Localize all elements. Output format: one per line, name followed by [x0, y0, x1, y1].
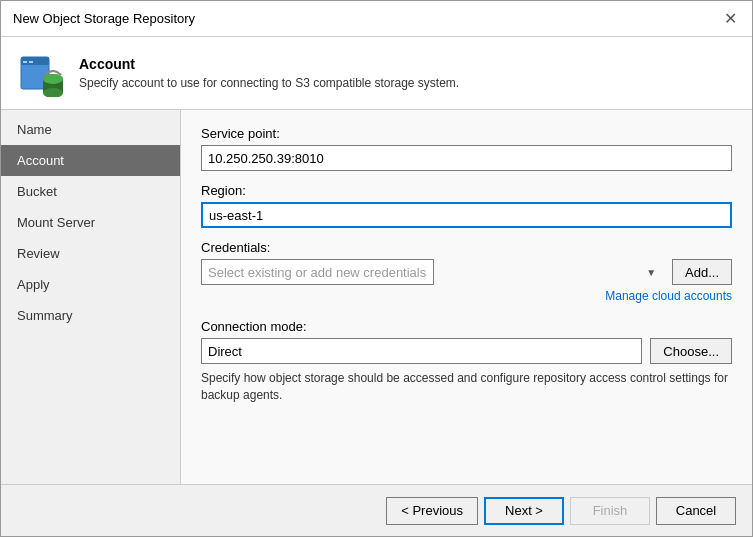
- content-area: Name Account Bucket Mount Server Review …: [1, 110, 752, 484]
- region-group: Region:: [201, 183, 732, 228]
- sidebar-item-mount-server[interactable]: Mount Server: [1, 207, 180, 238]
- credentials-group: Credentials: Select existing or add new …: [201, 240, 732, 303]
- credentials-row: Select existing or add new credentials A…: [201, 259, 732, 285]
- connection-mode-input[interactable]: [201, 338, 642, 364]
- sidebar-item-bucket[interactable]: Bucket: [1, 176, 180, 207]
- connection-note: Specify how object storage should be acc…: [201, 370, 732, 404]
- finish-button[interactable]: Finish: [570, 497, 650, 525]
- region-label: Region:: [201, 183, 732, 198]
- dialog-title: New Object Storage Repository: [13, 11, 195, 26]
- service-point-label: Service point:: [201, 126, 732, 141]
- close-button[interactable]: ✕: [720, 9, 740, 29]
- credentials-select-wrapper: Select existing or add new credentials: [201, 259, 664, 285]
- main-panel: Service point: Region: Credentials: Sele…: [181, 110, 752, 484]
- credentials-select[interactable]: Select existing or add new credentials: [201, 259, 434, 285]
- header-section: Account Specify account to use for conne…: [1, 37, 752, 110]
- service-point-group: Service point:: [201, 126, 732, 171]
- region-input[interactable]: [201, 202, 732, 228]
- connection-row: Choose...: [201, 338, 732, 364]
- footer: < Previous Next > Finish Cancel: [1, 484, 752, 536]
- header-title: Account: [79, 56, 459, 72]
- svg-rect-3: [29, 61, 33, 63]
- sidebar: Name Account Bucket Mount Server Review …: [1, 110, 181, 484]
- cancel-button[interactable]: Cancel: [656, 497, 736, 525]
- choose-connection-button[interactable]: Choose...: [650, 338, 732, 364]
- sidebar-item-account[interactable]: Account: [1, 145, 180, 176]
- svg-point-7: [43, 74, 63, 84]
- dialog-window: New Object Storage Repository ✕: [0, 0, 753, 537]
- service-point-input[interactable]: [201, 145, 732, 171]
- manage-cloud-accounts-link[interactable]: Manage cloud accounts: [201, 289, 732, 303]
- next-button[interactable]: Next >: [484, 497, 564, 525]
- header-text: Account Specify account to use for conne…: [79, 56, 459, 90]
- add-credentials-button[interactable]: Add...: [672, 259, 732, 285]
- sidebar-item-name[interactable]: Name: [1, 114, 180, 145]
- svg-rect-2: [23, 61, 27, 63]
- storage-icon: [17, 49, 65, 97]
- sidebar-item-apply[interactable]: Apply: [1, 269, 180, 300]
- credentials-label: Credentials:: [201, 240, 732, 255]
- title-bar: New Object Storage Repository ✕: [1, 1, 752, 37]
- connection-mode-label: Connection mode:: [201, 319, 732, 334]
- sidebar-item-summary[interactable]: Summary: [1, 300, 180, 331]
- title-bar-left: New Object Storage Repository: [13, 11, 195, 26]
- header-description: Specify account to use for connecting to…: [79, 76, 459, 90]
- connection-mode-section: Connection mode: Choose... Specify how o…: [201, 319, 732, 404]
- sidebar-item-review[interactable]: Review: [1, 238, 180, 269]
- previous-button[interactable]: < Previous: [386, 497, 478, 525]
